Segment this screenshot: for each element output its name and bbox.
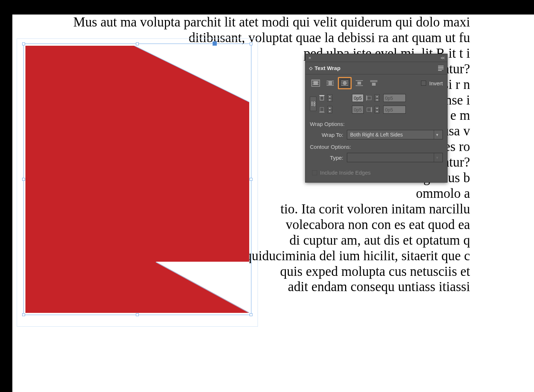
offset-top-stepper[interactable]: ▲▼ [327,94,332,102]
handle-l[interactable] [22,178,25,181]
wrap-options-label: Wrap Options: [306,119,447,128]
svg-point-17 [343,81,347,85]
offset-left-icon [366,95,372,101]
wrap-to-row: Wrap To: Both Right & Left Sides ▼ [306,128,447,142]
wrap-jump-column-button[interactable] [368,78,380,88]
handle-b[interactable] [136,313,139,316]
panel-menu-icon[interactable] [438,65,444,72]
include-inside-edges-checkbox[interactable]: Include Inside Edges [306,164,447,182]
panel-title: Text Wrap [315,65,340,71]
offset-grid: ▲▼ 0p5 ⛓ ▲▼ 0p5 ▲▼ 0p5 ▲▼ 0p5 [306,92,447,119]
offset-top-field[interactable]: 0p5 [352,94,364,102]
document-page: Mus aut ma volupta parchit lit atet modi… [12,15,534,392]
collapse-icon[interactable]: << [441,56,444,61]
offset-right-field[interactable]: 0p5 [383,106,406,114]
invert-checkbox[interactable]: Invert [421,80,443,86]
offset-bottom-stepper[interactable]: ▲▼ [327,106,332,113]
expand-icon: ◇ [309,66,312,71]
wrap-mode-row: Invert [306,74,447,92]
checkbox-icon [312,170,317,175]
offset-bottom-field[interactable]: 0p5 [352,106,364,114]
wrap-object-shape-button[interactable] [339,78,351,88]
panel-tabbar: ◇ Text Wrap [306,62,447,74]
svg-rect-34 [320,107,324,111]
wrap-to-select[interactable]: Both Right & Left Sides ▼ [347,130,443,139]
type-row: Type: ▼ [306,151,447,164]
offset-right-stepper[interactable]: ▲▼ [375,106,380,113]
offset-bottom-icon [319,107,325,113]
wrap-to-label: Wrap To: [310,132,343,138]
panel-tab[interactable]: ◇ Text Wrap [309,65,340,71]
wrap-bbox-button[interactable] [324,78,336,88]
svg-rect-30 [320,96,324,100]
checkbox-icon [421,81,426,86]
include-inside-label: Include Inside Edges [320,170,371,176]
invert-label: Invert [429,80,443,86]
handle-br[interactable] [250,313,252,316]
svg-rect-36 [367,108,371,111]
svg-rect-27 [372,83,376,86]
svg-rect-32 [367,96,371,100]
offset-right-icon [366,107,372,112]
svg-rect-24 [357,82,361,85]
svg-rect-10 [328,81,332,85]
type-label: Type: [310,155,343,161]
chevron-down-icon: ▼ [434,153,440,162]
contour-options-label: Contour Options: [306,142,447,151]
close-icon[interactable]: × [308,55,311,61]
panel-chrome: × << [306,54,447,62]
offset-left-field[interactable]: 0p5 [383,94,406,102]
offset-left-stepper[interactable]: ▲▼ [375,94,380,102]
link-offsets-button[interactable]: ⛓ [310,97,316,111]
text-wrap-panel[interactable]: × << ◇ Text Wrap Invert [305,54,448,183]
offset-top-icon [319,95,325,101]
handle-tl[interactable] [22,42,25,45]
wrap-none-button[interactable] [310,78,321,88]
wrap-to-value: Both Right & Left Sides [350,132,403,138]
handle-bl[interactable] [22,313,25,316]
wrap-jump-object-button[interactable] [353,78,365,88]
type-select[interactable]: ▼ [347,153,443,162]
chevron-down-icon: ▼ [434,130,440,139]
